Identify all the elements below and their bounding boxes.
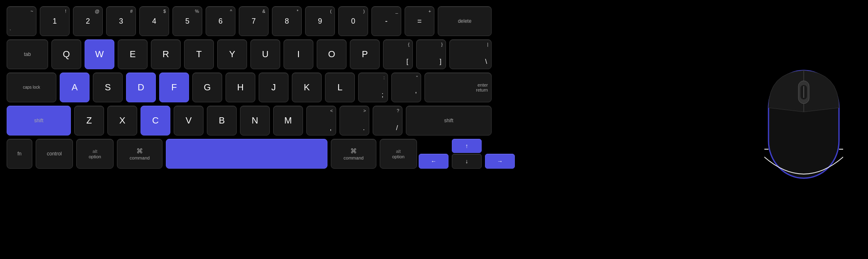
key-semicolon[interactable]: : ; — [358, 73, 388, 102]
key-space[interactable] — [166, 139, 327, 169]
mouse — [764, 66, 843, 182]
key-enter[interactable]: enter return — [424, 73, 492, 102]
key-z[interactable]: Z — [74, 106, 104, 136]
key-m[interactable]: M — [273, 106, 303, 136]
key-3[interactable]: # 3 — [106, 6, 136, 36]
key-arrow-right[interactable]: → — [485, 154, 515, 169]
key-n[interactable]: N — [240, 106, 270, 136]
key-2[interactable]: @ 2 — [73, 6, 103, 36]
key-p[interactable]: P — [350, 39, 380, 69]
key-control[interactable]: control — [36, 139, 73, 169]
mouse-svg — [764, 66, 843, 182]
key-arrow-left[interactable]: ← — [419, 154, 449, 169]
key-a[interactable]: A — [60, 73, 90, 102]
key-5[interactable]: % 5 — [172, 6, 202, 36]
key-b[interactable]: B — [207, 106, 237, 136]
key-equals[interactable]: + = — [405, 6, 434, 36]
key-command-right[interactable]: ⌘ command — [331, 139, 376, 169]
key-w[interactable]: W — [85, 39, 114, 69]
keyboard-wrapper: ~ ` ! 1 @ 2 # 3 $ 4 % 5 ^ 6 & 7 * 8 ( 9 — [0, 0, 868, 259]
key-arrow-down[interactable]: ↓ — [452, 154, 482, 169]
key-shift-left[interactable]: shift — [7, 106, 71, 136]
key-k[interactable]: K — [292, 73, 322, 102]
key-comma[interactable]: < , — [306, 106, 336, 136]
key-quote[interactable]: " ' — [391, 73, 421, 102]
key-capslock[interactable]: caps lock — [7, 73, 56, 102]
key-slash[interactable]: ? / — [373, 106, 402, 136]
key-x[interactable]: X — [107, 106, 137, 136]
key-h[interactable]: H — [225, 73, 255, 102]
key-s[interactable]: S — [93, 73, 123, 102]
key-t[interactable]: T — [184, 39, 214, 69]
key-f[interactable]: F — [159, 73, 189, 102]
key-period[interactable]: > . — [339, 106, 369, 136]
key-delete[interactable]: delete — [438, 6, 492, 36]
key-7[interactable]: & 7 — [239, 6, 269, 36]
key-command-left[interactable]: ⌘ command — [117, 139, 162, 169]
key-g[interactable]: G — [192, 73, 222, 102]
key-minus[interactable]: _ - — [371, 6, 401, 36]
key-0[interactable]: ) 0 — [338, 6, 368, 36]
key-r[interactable]: R — [151, 39, 181, 69]
key-backslash[interactable]: | \ — [449, 39, 492, 69]
key-8[interactable]: * 8 — [272, 6, 302, 36]
key-q[interactable]: Q — [51, 39, 81, 69]
key-c[interactable]: C — [141, 106, 170, 136]
key-d[interactable]: D — [126, 73, 156, 102]
key-u[interactable]: U — [250, 39, 280, 69]
key-l[interactable]: L — [325, 73, 355, 102]
key-rbracket[interactable]: } ] — [416, 39, 446, 69]
key-y[interactable]: Y — [217, 39, 247, 69]
key-9[interactable]: ( 9 — [305, 6, 335, 36]
key-option-left[interactable]: alt option — [76, 139, 114, 169]
key-lbracket[interactable]: { [ — [383, 39, 413, 69]
key-option-right[interactable]: alt option — [380, 139, 417, 169]
key-fn[interactable]: fn — [7, 139, 32, 169]
key-i[interactable]: I — [284, 39, 313, 69]
key-j[interactable]: J — [259, 73, 289, 102]
key-v[interactable]: V — [174, 106, 204, 136]
key-tilde[interactable]: ~ ` — [7, 6, 36, 36]
key-e[interactable]: E — [118, 39, 148, 69]
key-4[interactable]: $ 4 — [139, 6, 169, 36]
key-o[interactable]: O — [317, 39, 347, 69]
key-6[interactable]: ^ 6 — [206, 6, 235, 36]
key-1[interactable]: ! 1 — [40, 6, 70, 36]
key-tab[interactable]: tab — [7, 39, 48, 69]
key-arrow-up[interactable]: ↑ — [452, 139, 482, 153]
key-shift-right[interactable]: shift — [406, 106, 492, 136]
